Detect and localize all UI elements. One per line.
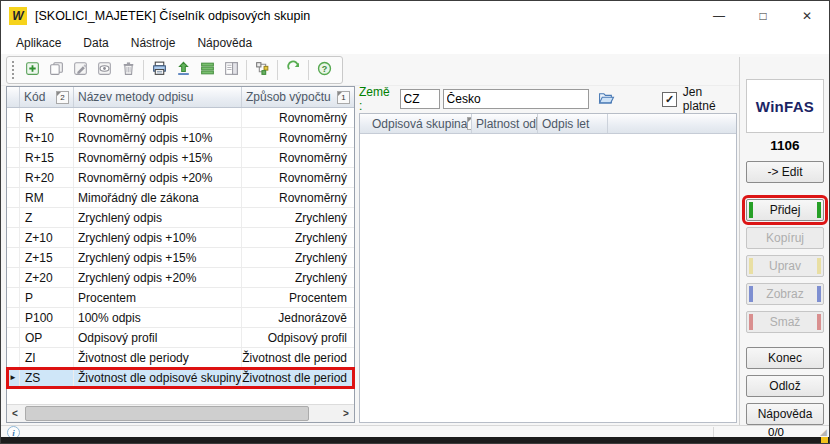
taskbar-strip xyxy=(1,437,829,444)
toolbar-box: ? xyxy=(6,56,343,84)
column-header-odpisova-skupina[interactable]: Odpisová skupina 1 xyxy=(368,114,472,133)
country-name-input[interactable] xyxy=(443,89,589,109)
table-row[interactable]: PProcentemProcentem xyxy=(7,288,354,308)
add-icon xyxy=(24,60,41,80)
help-toolbar-button[interactable]: ? xyxy=(312,59,336,81)
table-cell: Zrychlený odpis +15% xyxy=(74,248,242,267)
table-cell: Životnost dle periody xyxy=(74,348,242,367)
table-cell: Zrychlený odpis xyxy=(74,208,242,227)
table-row[interactable]: ►ZSŽivotnost dle odpisové skupinyŽivotno… xyxy=(7,368,354,388)
lookup-button[interactable] xyxy=(595,89,619,109)
table-cell xyxy=(7,128,20,147)
table-cell xyxy=(7,248,20,267)
delete-record-button[interactable]: Smaž xyxy=(746,311,824,333)
table-row[interactable]: Z+10Zrychlený odpis +10%Zrychlený xyxy=(7,228,354,248)
column-header-platnost-od[interactable]: Platnost od 2 xyxy=(472,114,538,133)
table-cell: Zrychlený xyxy=(242,268,354,287)
view-button[interactable] xyxy=(92,59,116,81)
table-row[interactable]: RRovnoměrný odpisRovnoměrný xyxy=(7,108,354,128)
table-cell: 100% odpis xyxy=(74,308,242,327)
toolbar-drag-handle[interactable] xyxy=(12,61,14,79)
tree-button[interactable] xyxy=(250,59,274,81)
show-record-button[interactable]: Zobraz xyxy=(746,283,824,305)
refresh-button[interactable] xyxy=(281,59,305,81)
copy-button[interactable] xyxy=(44,59,68,81)
only-valid-label: Jen platné xyxy=(683,85,737,113)
toolbar: ? xyxy=(1,54,829,86)
column-label: Název metody odpisu xyxy=(78,90,193,104)
menu-data[interactable]: Data xyxy=(72,33,119,53)
edit-button-wrap: -> Edit xyxy=(740,161,830,183)
column-label: Způsob výpočtu xyxy=(246,90,331,104)
taskbar-winfas-icon[interactable] xyxy=(821,437,828,444)
scroll-left-icon[interactable]: < xyxy=(7,408,23,419)
column-label: Odpis let xyxy=(542,117,589,131)
toolbar-separator xyxy=(308,60,309,80)
only-valid-checkbox[interactable]: ✓ xyxy=(662,92,677,107)
refresh-icon xyxy=(285,60,302,80)
table-cell: RM xyxy=(20,188,74,207)
table-row[interactable]: RMMimořádný dle zákonaRovnoměrný xyxy=(7,188,354,208)
winfas-logo: WinFAS xyxy=(746,79,824,133)
table-row[interactable]: ZIŽivotnost dle periodyŽivotnost dle per… xyxy=(7,348,354,368)
trash-icon xyxy=(120,60,137,80)
table-cell: ZS xyxy=(20,368,74,387)
country-code-input[interactable] xyxy=(400,89,440,109)
table-cell: OP xyxy=(20,328,74,347)
edit-mode-button[interactable]: -> Edit xyxy=(746,161,824,183)
upload-icon xyxy=(175,60,192,80)
end-button[interactable]: Konec xyxy=(746,347,824,369)
edit-button[interactable] xyxy=(68,59,92,81)
country-filter: Země : ✓ Jen platné xyxy=(359,87,737,111)
table-row[interactable]: OPOdpisový profilOdpisový profil xyxy=(7,328,354,348)
toolbar-separator xyxy=(246,60,247,80)
sort-badge: 2 xyxy=(56,91,69,104)
groups-table: Odpisová skupina 1 Platnost od 2 Odpis l… xyxy=(359,113,737,423)
copy-record-button[interactable]: Kopíruj xyxy=(746,227,824,249)
sort-badge: 1 xyxy=(337,91,350,104)
horizontal-scrollbar[interactable]: < > xyxy=(7,404,354,422)
minimize-button[interactable]: — xyxy=(697,1,741,31)
tree-icon xyxy=(254,60,271,80)
help-button[interactable]: Nápověda xyxy=(746,403,824,425)
window-title: [SKOLICI_MAJETEK] Číselník odpisových sk… xyxy=(35,9,310,23)
table-cell xyxy=(7,268,20,287)
column-header-kod[interactable]: Kód 2 xyxy=(20,87,74,107)
table-row[interactable]: R+15Rovnoměrný odpis +15%Rovnoměrný xyxy=(7,148,354,168)
table-cell: Životnost dle odpisové skupiny xyxy=(74,368,242,387)
column-header-zpusob[interactable]: Způsob výpočtu 1 xyxy=(242,87,354,107)
list-icon xyxy=(199,60,216,80)
update-record-button[interactable]: Uprav xyxy=(746,255,824,277)
scroll-right-icon[interactable]: > xyxy=(338,408,354,419)
table-cell: R+15 xyxy=(20,148,74,167)
table-row[interactable]: R+20Rovnoměrný odpis +20%Rovnoměrný xyxy=(7,168,354,188)
detail-button[interactable] xyxy=(219,59,243,81)
print-button[interactable] xyxy=(147,59,171,81)
maximize-button[interactable]: □ xyxy=(741,1,785,31)
menu-aplikace[interactable]: Aplikace xyxy=(5,33,72,53)
methods-table: Kód 2 Název metody odpisu Způsob výpočtu… xyxy=(6,86,355,423)
add-record-button[interactable]: Přidej xyxy=(746,199,824,221)
table-cell: Životnost dle period xyxy=(242,348,354,367)
table-row[interactable]: ZZrychlený odpisZrychlený xyxy=(7,208,354,228)
close-button[interactable]: ✕ xyxy=(785,1,829,31)
table-row[interactable]: Z+15Zrychlený odpis +15%Zrychlený xyxy=(7,248,354,268)
scrollbar-thumb[interactable] xyxy=(25,406,309,421)
column-header-odpis-let[interactable]: Odpis let xyxy=(538,114,608,133)
add-button[interactable] xyxy=(20,59,44,81)
table-row[interactable]: P100100% odpisJednorázově xyxy=(7,308,354,328)
toolbar-separator xyxy=(143,60,144,80)
table-row[interactable]: Z+20Zrychlený odpis +20%Zrychlený xyxy=(7,268,354,288)
column-header-nazev[interactable]: Název metody odpisu xyxy=(74,87,242,107)
table-cell xyxy=(7,168,20,187)
table-cell: Z+10 xyxy=(20,228,74,247)
list-button[interactable] xyxy=(195,59,219,81)
menu-napoveda[interactable]: Nápověda xyxy=(186,33,263,53)
delete-button[interactable] xyxy=(116,59,140,81)
table-cell: R+20 xyxy=(20,168,74,187)
export-button[interactable] xyxy=(171,59,195,81)
table-row[interactable]: R+10Rovnoměrný odpis +10%Rovnoměrný xyxy=(7,128,354,148)
toolbar-separator xyxy=(277,60,278,80)
menu-nastroje[interactable]: Nástroje xyxy=(120,33,187,53)
postpone-button[interactable]: Odlož xyxy=(746,375,824,397)
